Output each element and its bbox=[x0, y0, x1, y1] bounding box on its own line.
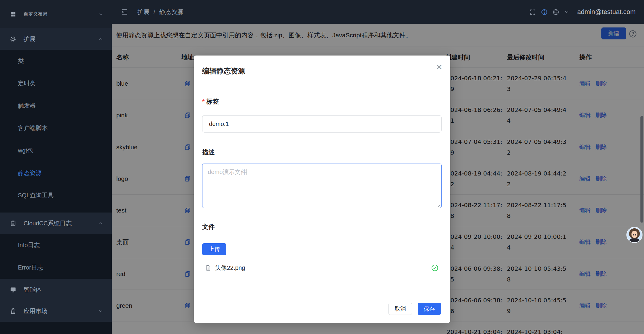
sidebar-item-3[interactable]: 定时类 bbox=[0, 72, 112, 95]
clipboard-icon bbox=[10, 220, 16, 227]
close-icon[interactable]: ✕ bbox=[436, 63, 442, 71]
user-account[interactable]: admin@testuat.com bbox=[577, 8, 636, 16]
language-globe-icon[interactable] bbox=[552, 9, 559, 16]
description-placeholder: demo演示文件 bbox=[208, 169, 247, 175]
sidebar-item-label: 类 bbox=[18, 57, 24, 65]
help-icon[interactable] bbox=[541, 9, 548, 16]
sidebar-item-5[interactable]: 客户端脚本 bbox=[0, 117, 112, 139]
sidebar-item-label: 定时类 bbox=[18, 79, 36, 87]
uploaded-file-row[interactable]: 头像22.png bbox=[202, 263, 442, 273]
sidebar-item-label: 智能体 bbox=[24, 286, 41, 294]
chevron-up-icon bbox=[98, 221, 103, 226]
fullscreen-icon[interactable] bbox=[529, 9, 536, 16]
sidebar-item-label: CloudCC系统日志 bbox=[24, 219, 72, 227]
label-field-label: 标签 bbox=[202, 97, 219, 106]
sidebar-item-0[interactable]: 自定义布局 bbox=[0, 0, 112, 28]
sidebar-item-7-active[interactable]: 静态资源 bbox=[0, 162, 112, 184]
breadcrumb: 扩展 / 静态资源 bbox=[137, 8, 183, 16]
edit-static-resource-modal: 编辑静态资源 ✕ 标签 描述 demo演示文件 文件 上传 头像22.png 取… bbox=[194, 56, 450, 323]
sidebar-item-label: 客户端脚本 bbox=[18, 124, 48, 132]
sidebar-item-label: wgt包 bbox=[18, 147, 33, 155]
market-icon bbox=[10, 308, 16, 314]
save-button[interactable]: 保存 bbox=[418, 303, 441, 315]
monitor-icon bbox=[10, 286, 16, 293]
avatar-face bbox=[631, 231, 637, 238]
chevron-down-icon[interactable] bbox=[564, 9, 569, 15]
avatar-eye bbox=[635, 234, 636, 236]
collapse-sidebar-icon[interactable] bbox=[121, 8, 129, 16]
sidebar-item-label: 静态资源 bbox=[18, 169, 42, 177]
sidebar-item-13[interactable]: 应用市场 bbox=[0, 300, 112, 322]
sidebar-item-label: 触发器 bbox=[18, 102, 36, 110]
sidebar-item-6[interactable]: wgt包 bbox=[0, 139, 112, 162]
sidebar-item-9[interactable]: CloudCC系统日志 bbox=[0, 213, 112, 234]
top-bar: 扩展 / 静态资源 admin@testuat.com bbox=[112, 0, 644, 24]
sidebar-item-4[interactable]: 触发器 bbox=[0, 95, 112, 117]
vertical-scrollbar[interactable] bbox=[640, 116, 643, 223]
breadcrumb-separator: / bbox=[154, 9, 155, 16]
sidebar-item-10[interactable]: Info日志 bbox=[0, 234, 112, 256]
chevron-down-icon bbox=[98, 12, 103, 17]
sidebar: 自定义布局扩展类定时类触发器客户端脚本wgt包静态资源SQL查询工具CloudC… bbox=[0, 0, 112, 334]
file-section-label: 文件 bbox=[202, 223, 215, 231]
sidebar-item-label: 自定义布局 bbox=[24, 11, 47, 17]
chevron-up-icon bbox=[98, 36, 103, 42]
sidebar-item-label: SQL查询工具 bbox=[18, 191, 54, 199]
sidebar-item-2[interactable]: 类 bbox=[0, 50, 112, 72]
document-icon bbox=[205, 265, 211, 271]
upload-success-icon bbox=[431, 264, 439, 272]
chevron-down-icon bbox=[98, 308, 103, 314]
modal-title: 编辑静态资源 bbox=[202, 66, 245, 76]
file-name: 头像22.png bbox=[215, 264, 245, 272]
description-textarea[interactable]: demo演示文件 bbox=[202, 164, 442, 208]
breadcrumb-parent[interactable]: 扩展 bbox=[137, 8, 149, 16]
sidebar-item-label: 应用市场 bbox=[24, 307, 47, 315]
grid-icon bbox=[10, 11, 16, 18]
sidebar-item-1[interactable]: 扩展 bbox=[0, 28, 112, 50]
upload-button[interactable]: 上传 bbox=[202, 243, 226, 255]
sidebar-item-label: Info日志 bbox=[18, 241, 40, 249]
sidebar-item-label: Error日志 bbox=[18, 264, 43, 272]
topbar-actions: admin@testuat.com bbox=[529, 0, 636, 24]
sidebar-item-12[interactable]: 智能体 bbox=[0, 279, 112, 300]
breadcrumb-current: 静态资源 bbox=[160, 8, 183, 16]
text-caret bbox=[247, 169, 247, 175]
sidebar-item-11[interactable]: Error日志 bbox=[0, 256, 112, 279]
cancel-button[interactable]: 取消 bbox=[388, 303, 412, 315]
gear-icon bbox=[10, 36, 16, 43]
label-input[interactable] bbox=[202, 115, 442, 133]
sidebar-item-8[interactable]: SQL查询工具 bbox=[0, 184, 112, 207]
assistant-avatar[interactable] bbox=[627, 227, 642, 242]
resize-grip[interactable] bbox=[436, 203, 440, 207]
sidebar-item-label: 扩展 bbox=[24, 35, 35, 43]
app-screen: 扩展 / 静态资源 admin@testuat.com 自定义布局扩展类定时类触… bbox=[0, 0, 644, 334]
avatar-eye bbox=[633, 234, 634, 236]
description-field-label: 描述 bbox=[202, 148, 215, 156]
